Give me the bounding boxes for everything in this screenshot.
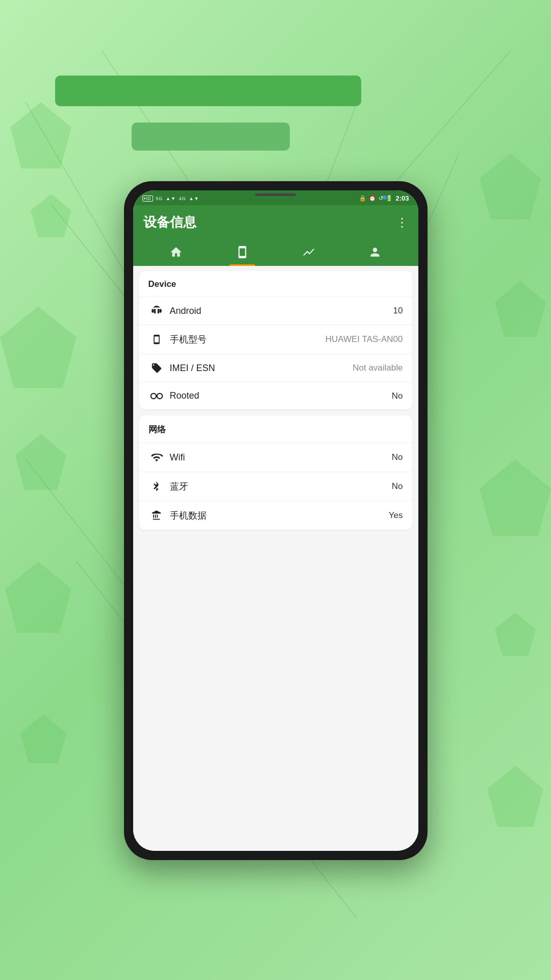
bluetooth-label: 蓝牙 [170, 480, 392, 493]
app-title: 设备信息 [143, 213, 196, 231]
rooted-glasses-icon [148, 393, 165, 400]
home-icon [169, 246, 183, 262]
bluetooth-icon [148, 480, 165, 493]
wifi-value: No [392, 452, 403, 462]
mobile-data-row: 手机数据 Yes [139, 501, 412, 530]
phone-screen: HD 5G ▲▼ 4G ▲▼ 🔒 ⏰ ↺ 🔋 2:03 设备信息 ⋮ [133, 190, 418, 851]
model-row: 手机型号 HUAWEI TAS-AN00 [139, 325, 412, 354]
tab-home[interactable] [143, 240, 210, 266]
status-left-icons: HD 5G ▲▼ 4G ▲▼ [142, 195, 199, 201]
android-icon [148, 305, 165, 316]
rooted-row: Rooted No [139, 382, 412, 409]
imei-value: Not available [353, 363, 403, 373]
wifi-icon [148, 451, 165, 463]
imei-tag-icon [148, 362, 165, 374]
top-green-bar-2 [132, 122, 290, 151]
model-label: 手机型号 [170, 333, 325, 346]
imei-label: IMEI / ESN [170, 363, 353, 374]
camera-dot [383, 195, 387, 200]
battery-icon: 🔋 [386, 195, 393, 202]
speaker-bar [255, 193, 296, 196]
app-title-row: 设备信息 ⋮ [143, 213, 408, 231]
status-signal-icons: HD 5G ▲▼ 4G ▲▼ [142, 195, 199, 201]
imei-row: IMEI / ESN Not available [139, 354, 412, 382]
svg-point-9 [157, 393, 162, 398]
app-header: 设备信息 ⋮ [133, 205, 418, 266]
more-options-button[interactable]: ⋮ [396, 215, 408, 230]
network-section-header: 网络 [139, 415, 412, 443]
mobile-data-value: Yes [389, 510, 403, 521]
network-card: 网络 Wifi No 蓝牙 No [139, 415, 412, 530]
wifi-label: Wifi [170, 452, 392, 463]
mobile-data-label: 手机数据 [170, 509, 389, 522]
status-bar: HD 5G ▲▼ 4G ▲▼ 🔒 ⏰ ↺ 🔋 2:03 [133, 190, 418, 205]
clock: 2:03 [395, 194, 409, 202]
phone-frame: HD 5G ▲▼ 4G ▲▼ 🔒 ⏰ ↺ 🔋 2:03 设备信息 ⋮ [124, 181, 428, 860]
alarm-icon: ⏰ [369, 195, 376, 202]
device-icon [236, 246, 249, 262]
device-card: Device Android 10 手机型号 HUAWEI TAS- [139, 271, 412, 409]
tab-profile[interactable] [342, 240, 408, 266]
top-green-bar-1 [55, 76, 361, 106]
content-area: Device Android 10 手机型号 HUAWEI TAS- [133, 266, 418, 851]
mobile-data-icon [148, 510, 165, 521]
wifi-row: Wifi No [139, 443, 412, 472]
android-label: Android [170, 306, 393, 316]
phone-model-icon [148, 334, 165, 345]
rooted-value: No [392, 391, 403, 401]
device-section-header: Device [139, 271, 412, 297]
android-row: Android 10 [139, 297, 412, 325]
rooted-label: Rooted [170, 390, 392, 401]
bluetooth-value: No [392, 481, 403, 492]
tab-bar [143, 240, 408, 266]
tab-chart[interactable] [276, 240, 342, 266]
model-value: HUAWEI TAS-AN00 [325, 334, 403, 345]
lock-icon: 🔒 [359, 195, 366, 202]
android-value: 10 [393, 306, 403, 316]
chart-icon [302, 246, 315, 262]
bluetooth-row: 蓝牙 No [139, 472, 412, 501]
svg-point-8 [151, 393, 156, 398]
tab-device[interactable] [209, 240, 276, 266]
profile-icon [368, 246, 382, 262]
